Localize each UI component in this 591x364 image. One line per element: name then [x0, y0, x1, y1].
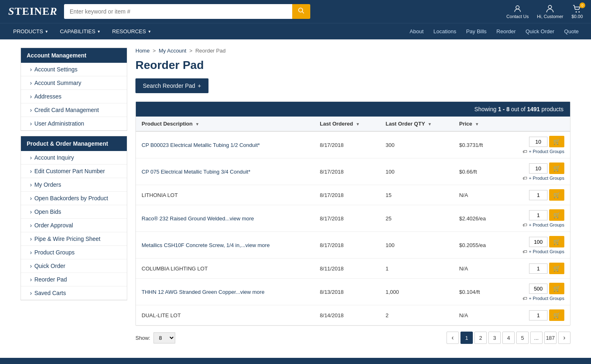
sidebar-item-order-approval[interactable]: Order Approval — [21, 219, 127, 232]
page-2-button[interactable]: 2 — [474, 332, 487, 344]
customer-icon-group[interactable]: Hi, Customer — [537, 4, 563, 19]
add-to-cart-button[interactable]: 🛒 — [549, 236, 564, 247]
sidebar-item-my-orders[interactable]: My Orders — [21, 178, 127, 192]
add-to-cart-button[interactable]: 🛒 — [549, 309, 564, 321]
nav-quote[interactable]: Quote — [560, 24, 583, 39]
page-5-button[interactable]: 5 — [516, 332, 529, 344]
breadcrumb-my-account[interactable]: My Account — [159, 48, 186, 54]
nav-quick-order[interactable]: Quick Order — [522, 24, 559, 39]
page-title: Reorder Pad — [135, 59, 570, 72]
cart-icon-group[interactable]: 0 $0.00 — [571, 4, 583, 19]
add-to-cart-button[interactable]: 🛒 — [549, 263, 564, 274]
add-to-cart-button[interactable]: 🛒 — [549, 163, 564, 174]
nav-resources[interactable]: RESOURCES ▼ — [107, 24, 156, 39]
col-product-description[interactable]: Product Description ▼ — [136, 117, 314, 131]
logo[interactable]: STEINER — [8, 5, 57, 18]
product-groups-link[interactable]: + Product Groups — [529, 296, 564, 301]
cell-last-order-qty: 1 — [380, 259, 453, 279]
sidebar-item-account-inquiry[interactable]: Account Inquiry — [21, 151, 127, 165]
page-187-button[interactable]: 187 — [544, 332, 557, 344]
page-1-button[interactable]: 1 — [460, 332, 473, 344]
nav-products[interactable]: PRODUCTS ▼ — [8, 24, 53, 39]
product-link[interactable]: THHN 12 AWG Stranded Green Copper...view… — [142, 289, 264, 295]
top-icons: Contact Us Hi, Customer 0 $0.00 — [506, 4, 583, 19]
product-groups-link[interactable]: + Product Groups — [529, 222, 564, 227]
add-to-cart-button[interactable]: 🛒 — [549, 136, 564, 147]
main-content: Home > My Account > Reorder Pad Reorder … — [135, 48, 570, 350]
search-input[interactable] — [64, 4, 292, 19]
next-page-button[interactable]: › — [558, 332, 570, 344]
page-ellipsis: ... — [530, 332, 543, 344]
contact-us-label: Contact Us — [506, 14, 529, 19]
cell-last-ordered: 8/14/2018 — [314, 305, 380, 325]
qty-input[interactable] — [529, 190, 547, 200]
sort-qty-icon: ▼ — [428, 122, 432, 126]
product-link[interactable]: CP B00023 Electrical Metallic Tubing 1/2… — [142, 142, 260, 148]
nav-about[interactable]: About — [405, 24, 428, 39]
qty-input[interactable] — [529, 284, 547, 294]
sidebar-item-quick-order[interactable]: Quick Order — [21, 259, 127, 273]
product-link[interactable]: Raco® 232 Raised Ground Welded...view mo… — [142, 215, 254, 222]
product-groups-icon: 🏷 — [522, 176, 527, 181]
capabilities-chevron: ▼ — [97, 30, 101, 34]
product-link[interactable]: Metallics CSH10F Concrete Screw, 1/4 in,… — [142, 242, 270, 248]
sidebar-item-edit-customer-part[interactable]: Edit Customer Part Number — [21, 165, 127, 178]
cell-action: 🛒🏷+ Product Groups — [502, 131, 570, 158]
show-row: Show: 8 16 32 — [135, 332, 175, 343]
cell-last-ordered: 8/13/2018 — [314, 279, 380, 305]
add-to-cart-button[interactable]: 🛒 — [549, 209, 564, 221]
cell-price: $2.4026/ea — [454, 205, 502, 232]
nav-capabilities[interactable]: CAPABILITIES ▼ — [55, 24, 105, 39]
page-4-button[interactable]: 4 — [502, 332, 515, 344]
nav-pay-bills[interactable]: Pay Bills — [462, 24, 491, 39]
col-price[interactable]: Price ▼ — [454, 117, 502, 131]
nav-left: PRODUCTS ▼ CAPABILITIES ▼ RESOURCES ▼ — [8, 24, 156, 39]
product-groups-row: 🏷+ Product Groups — [522, 149, 564, 154]
qty-input[interactable] — [529, 163, 547, 174]
cell-description: CP 075 Electrical Metallic Tubing 3/4 Co… — [136, 158, 314, 185]
search-button[interactable] — [292, 4, 310, 19]
qty-input[interactable] — [529, 237, 547, 247]
nav-reorder[interactable]: Reorder — [492, 24, 520, 39]
nav-locations[interactable]: Locations — [429, 24, 460, 39]
sidebar-item-account-summary[interactable]: Account Summary — [21, 76, 127, 90]
qty-input[interactable] — [529, 137, 547, 147]
reorder-table-container: Showing 1 - 8 out of 1491 products Produ… — [135, 101, 570, 326]
pagination: ‹ 1 2 3 4 5 ... 187 › — [447, 332, 570, 344]
sort-last-ordered-icon: ▼ — [356, 122, 360, 126]
sidebar-item-reorder-pad[interactable]: Reorder Pad — [21, 273, 127, 286]
prev-page-button[interactable]: ‹ — [447, 332, 459, 344]
add-to-cart-button[interactable]: 🛒 — [549, 189, 564, 201]
cell-last-ordered: 8/17/2018 — [314, 158, 380, 185]
product-groups-link[interactable]: + Product Groups — [529, 149, 564, 154]
search-reorder-pad-button[interactable]: Search Reorder Pad + — [135, 78, 208, 93]
products-chevron: ▼ — [45, 30, 48, 34]
page-3-button[interactable]: 3 — [488, 332, 501, 344]
qty-input[interactable] — [529, 263, 547, 274]
sidebar: Account Management Account Settings Acco… — [21, 48, 127, 350]
sort-price-icon: ▼ — [475, 122, 479, 126]
sidebar-item-credit-card[interactable]: Credit Card Management — [21, 103, 127, 117]
sidebar-item-open-backorders[interactable]: Open Backorders by Product — [21, 192, 127, 205]
sidebar-item-saved-carts[interactable]: Saved Carts — [21, 286, 127, 300]
col-last-ordered[interactable]: Last Ordered ▼ — [314, 117, 380, 131]
sidebar-item-product-groups[interactable]: Product Groups — [21, 246, 127, 259]
show-select[interactable]: 8 16 32 — [153, 332, 175, 343]
product-groups-link[interactable]: + Product Groups — [529, 176, 564, 181]
cell-action: 🛒🏷+ Product Groups — [502, 158, 570, 185]
product-link[interactable]: CP 075 Electrical Metallic Tubing 3/4 Co… — [142, 169, 250, 175]
cell-description: Metallics CSH10F Concrete Screw, 1/4 in,… — [136, 232, 314, 259]
sidebar-item-open-bids[interactable]: Open Bids — [21, 205, 127, 219]
nav-right: About Locations Pay Bills Reorder Quick … — [405, 24, 583, 39]
sidebar-item-user-admin[interactable]: User Administration — [21, 117, 127, 130]
add-to-cart-button[interactable]: 🛒 — [549, 283, 564, 294]
sidebar-item-addresses[interactable]: Addresses — [21, 90, 127, 103]
col-last-order-qty[interactable]: Last Order QTY ▼ — [380, 117, 453, 131]
breadcrumb-home[interactable]: Home — [135, 48, 150, 54]
contact-us-icon-group[interactable]: Contact Us — [506, 4, 529, 19]
qty-input[interactable] — [529, 210, 547, 220]
sidebar-item-pipe-wire[interactable]: Pipe & Wire Pricing Sheet — [21, 232, 127, 246]
sidebar-item-account-settings[interactable]: Account Settings — [21, 63, 127, 76]
qty-input[interactable] — [529, 310, 547, 321]
product-groups-link[interactable]: + Product Groups — [529, 249, 564, 254]
